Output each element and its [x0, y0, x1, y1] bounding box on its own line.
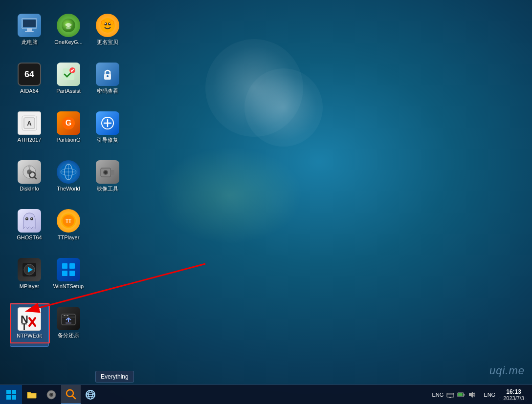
svg-text:T: T — [22, 322, 27, 330]
icon-password-label: 密码查看 — [97, 88, 118, 94]
icon-partassist[interactable]: ✔ PartAssist — [49, 59, 88, 103]
icon-yingxiang-label: 映像工具 — [97, 186, 118, 192]
svg-rect-83 — [458, 393, 463, 396]
network-tray-icon — [446, 391, 454, 399]
disc-icon — [46, 389, 57, 400]
icon-diskinfo-label: DiskInfo — [20, 186, 39, 192]
svg-line-73 — [72, 396, 75, 399]
icon-partassist-img: ✔ — [57, 63, 80, 86]
svg-rect-36 — [111, 170, 114, 175]
svg-rect-60 — [64, 315, 66, 316]
icon-atih2017-img: A — [18, 111, 41, 135]
start-button[interactable] — [0, 385, 22, 404]
watermark-text: uqi.me — [489, 364, 525, 377]
svg-text:✔: ✔ — [70, 68, 74, 73]
icon-aida64[interactable]: 64 AIDA64 — [10, 59, 49, 103]
icon-atih2017-label: ATIH2017 — [18, 137, 42, 143]
icon-onekey-label: OneKeyG... — [54, 39, 82, 45]
svg-rect-66 — [12, 390, 16, 394]
icon-winntsetup-label: WinNTSetup — [53, 283, 84, 290]
icon-ntpwedit[interactable]: N T NTPWEdit — [10, 303, 49, 347]
battery-tray-icon — [457, 391, 465, 399]
svg-rect-68 — [12, 395, 16, 400]
svg-point-71 — [51, 394, 52, 395]
icon-partitiong-label: PartitionG — [57, 137, 81, 143]
bokeh-2 — [244, 68, 323, 147]
icon-password-img — [96, 63, 119, 86]
svg-rect-52 — [69, 271, 75, 276]
bokeh-1 — [205, 39, 303, 137]
input-method-label[interactable]: ENG — [484, 392, 495, 398]
icon-ghost64[interactable]: GHOST64 — [10, 205, 49, 249]
icon-yingxiang-img — [96, 160, 119, 184]
search-icon — [66, 389, 76, 400]
svg-rect-62 — [66, 322, 71, 324]
icon-repair-label: 引导修复 — [97, 137, 118, 143]
svg-point-18 — [107, 75, 109, 77]
icon-partitiong-img: G — [57, 111, 80, 135]
icon-backup-label: 备分还原 — [58, 332, 79, 339]
taskbar-everything[interactable] — [61, 385, 81, 404]
icon-repair[interactable]: 引导修复 — [88, 107, 127, 151]
clock-date: 2023/7/3 — [503, 395, 524, 401]
folder-icon — [26, 389, 37, 400]
svg-point-6 — [66, 26, 71, 29]
icon-pc[interactable]: 此电脑 — [10, 10, 49, 54]
icon-baobei-label: 更名宝贝 — [97, 39, 118, 45]
svg-rect-78 — [447, 393, 454, 397]
svg-rect-82 — [464, 394, 465, 396]
svg-rect-50 — [69, 263, 75, 269]
icon-mplayer[interactable]: MPlayer — [10, 254, 49, 298]
icon-partitiong[interactable]: G PartitionG — [49, 107, 88, 151]
icon-ttplayer[interactable]: TT TTPlayer — [49, 205, 88, 249]
icon-atih2017[interactable]: A ATIH2017 — [10, 107, 49, 151]
icon-baobei[interactable]: 更名宝贝 — [88, 10, 127, 54]
svg-rect-4 — [23, 20, 36, 27]
keyboard-layout-indicator[interactable]: ENG — [432, 392, 443, 398]
svg-rect-67 — [6, 395, 11, 400]
icon-theworld[interactable]: TheWorld — [49, 156, 88, 200]
icon-baobei-img — [96, 14, 119, 37]
desktop-icon-area: 此电脑 OneKeyG... — [10, 10, 127, 404]
taskbar-file-explorer[interactable] — [22, 385, 42, 404]
icon-repair-img — [96, 111, 119, 135]
svg-point-26 — [28, 165, 31, 168]
desktop: 此电脑 OneKeyG... — [0, 0, 532, 404]
svg-point-12 — [101, 21, 105, 24]
svg-point-38 — [104, 171, 107, 174]
taskbar-storage[interactable] — [42, 385, 61, 404]
icon-aida64-label: AIDA64 — [20, 88, 39, 94]
icon-diskinfo[interactable]: DiskInfo — [10, 156, 49, 200]
svg-rect-61 — [66, 315, 68, 316]
bokeh-3 — [156, 147, 303, 244]
icon-ghost64-img — [18, 209, 41, 233]
svg-rect-3 — [25, 31, 34, 32]
svg-marker-84 — [469, 392, 473, 398]
icon-onekey[interactable]: OneKeyG... — [49, 10, 88, 54]
taskbar-right: ENG — [428, 385, 532, 404]
icon-backup-img — [57, 307, 80, 330]
icon-diskinfo-img — [18, 160, 41, 184]
icon-theworld-label: TheWorld — [57, 186, 80, 192]
svg-text:A: A — [27, 120, 32, 127]
icon-backup[interactable]: 备分还原 — [49, 303, 88, 347]
svg-point-41 — [26, 218, 27, 219]
svg-point-7 — [100, 18, 115, 33]
icon-yingxiang[interactable]: 映像工具 — [88, 156, 127, 200]
icon-winntsetup[interactable]: WinNTSetup — [49, 254, 88, 298]
svg-rect-80 — [449, 397, 451, 398]
icon-ttplayer-label: TTPlayer — [58, 234, 80, 241]
clock[interactable]: 16:13 2023/7/3 — [499, 385, 528, 404]
icon-aida64-img: 64 — [18, 63, 41, 86]
svg-point-42 — [31, 218, 32, 219]
icon-pc-label: 此电脑 — [22, 39, 38, 45]
icon-ntpwedit-img: N T — [18, 307, 41, 331]
icon-ghost64-label: GHOST64 — [17, 234, 42, 241]
icon-onekey-img — [57, 14, 80, 37]
icon-ntpwedit-label: NTPWEdit — [17, 333, 42, 339]
icon-theworld-img — [57, 160, 80, 184]
icon-password[interactable]: 密码查看 — [88, 59, 127, 103]
svg-text:TT: TT — [66, 218, 71, 224]
taskbar-network[interactable] — [81, 385, 100, 404]
icon-partassist-label: PartAssist — [56, 88, 81, 94]
